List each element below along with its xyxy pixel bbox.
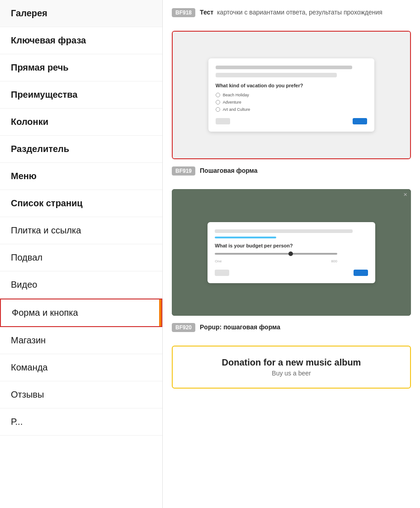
card-name-bf919: Пошаговая форма bbox=[200, 167, 257, 174]
preview-bf920[interactable]: ✕ What is your budget per person? One 80… bbox=[172, 189, 411, 316]
badge-row-bf918: BF918 Тест карточки с вариантами ответа,… bbox=[172, 5, 411, 17]
sidebar-item-menu[interactable]: Меню bbox=[0, 163, 162, 190]
sidebar-item-columns[interactable]: Колонки bbox=[0, 109, 162, 136]
mock-radio bbox=[216, 100, 220, 104]
card-name-bf920: Popup: пошаговая форма bbox=[200, 323, 280, 331]
mock-option-label: Art and Culture bbox=[223, 107, 250, 112]
badge-desc-bf918: Тест карточки с вариантами ответа, резул… bbox=[200, 8, 382, 17]
mock-status-top bbox=[215, 229, 352, 233]
sidebar-item-reviews[interactable]: Отзывы bbox=[0, 381, 162, 408]
preview-bf919[interactable]: What kind of vacation do you prefer? Bea… bbox=[172, 31, 411, 159]
mock-option-3: Art and Culture bbox=[216, 107, 368, 112]
sidebar-item-label: Видео bbox=[11, 280, 37, 290]
badge-desc-bf920: Popup: пошаговая форма bbox=[200, 323, 280, 332]
sidebar-item-label: Плитка и ссылка bbox=[11, 225, 81, 236]
sidebar-item-advantages[interactable]: Преимущества bbox=[0, 81, 162, 109]
sidebar-item-label: Разделитель bbox=[11, 144, 69, 154]
mock-header-bar bbox=[216, 73, 337, 77]
sidebar-item-label: Преимущества bbox=[11, 90, 77, 100]
mock-preview-bf919: What kind of vacation do you prefer? Bea… bbox=[173, 32, 410, 158]
mock-footer-bf920 bbox=[215, 270, 368, 276]
sidebar-item-label: Магазин bbox=[11, 335, 46, 346]
sidebar-item-label: Команда bbox=[11, 362, 47, 373]
donation-title: Donation for a new music album bbox=[184, 357, 399, 368]
sidebar-item-gallery[interactable]: Галерея bbox=[0, 0, 162, 27]
badge-bf918: BF918 bbox=[172, 8, 195, 17]
sidebar-item-label: Меню bbox=[11, 171, 37, 181]
donation-preview[interactable]: Donation for a new music album Buy us a … bbox=[172, 346, 411, 389]
sidebar-item-r[interactable]: Р... bbox=[0, 408, 162, 436]
mock-status-bar bbox=[216, 66, 352, 69]
mock-form-bf919: What kind of vacation do you prefer? Bea… bbox=[208, 58, 375, 132]
mock-radio bbox=[216, 93, 220, 97]
badge-desc-bf919: Пошаговая форма bbox=[200, 166, 257, 176]
badge-row-bf919: BF919 Пошаговая форма bbox=[172, 163, 411, 176]
sidebar-item-label: Отзывы bbox=[11, 389, 44, 400]
mock-form-bf920: What is your budget per person? One 800 bbox=[208, 222, 375, 283]
mock-footer bbox=[216, 118, 368, 124]
mock-option-1: Beach Holiday bbox=[216, 93, 368, 97]
sidebar-item-shop[interactable]: Магазин bbox=[0, 327, 162, 354]
mock-prev-button bbox=[216, 118, 230, 124]
mock-next-button bbox=[353, 118, 367, 124]
main-content: BF918 Тест карточки с вариантами ответа,… bbox=[163, 0, 420, 508]
mock-preview-dark-bf920: ✕ What is your budget per person? One 80… bbox=[172, 189, 411, 316]
mock-option-label: Adventure bbox=[223, 100, 241, 104]
sidebar-item-team[interactable]: Команда bbox=[0, 354, 162, 381]
mock-next-button bbox=[354, 270, 368, 276]
card-name-bf918: Тест bbox=[200, 9, 213, 16]
card-bf918: BF918 Тест карточки с вариантами ответа,… bbox=[172, 0, 411, 17]
sidebar-item-label: Колонки bbox=[11, 117, 48, 127]
mock-question-bf920: What is your budget per person? bbox=[215, 243, 368, 248]
mock-slider-dot bbox=[288, 252, 293, 256]
sidebar-item-label: Р... bbox=[11, 417, 23, 427]
sidebar-item-page-list[interactable]: Список страниц bbox=[0, 190, 162, 217]
card-bf919: What kind of vacation do you prefer? Bea… bbox=[172, 26, 411, 176]
close-icon: ✕ bbox=[403, 192, 407, 198]
slider-label-left: One bbox=[215, 259, 222, 263]
sidebar-item-label: Ключевая фраза bbox=[11, 35, 86, 46]
sidebar-item-label: Подвал bbox=[11, 252, 42, 263]
sidebar-item-label: Форма и кнопка bbox=[12, 308, 78, 318]
mock-progress-bar bbox=[215, 237, 276, 238]
sidebar-item-footer[interactable]: Подвал bbox=[0, 244, 162, 271]
donation-subtitle: Buy us a beer bbox=[184, 370, 399, 377]
badge-bf919: BF919 bbox=[172, 166, 195, 176]
sidebar-item-divider[interactable]: Разделитель bbox=[0, 136, 162, 163]
badge-bf920: BF920 bbox=[172, 323, 195, 332]
card-bf920: ✕ What is your budget per person? One 80… bbox=[172, 185, 411, 332]
mock-radio bbox=[216, 107, 220, 112]
mock-slider-track bbox=[215, 253, 337, 255]
sidebar: Галерея Ключевая фраза Прямая речь Преим… bbox=[0, 0, 163, 508]
mock-slider-labels: One 800 bbox=[215, 259, 337, 263]
mock-option-2: Adventure bbox=[216, 100, 368, 104]
sidebar-item-video[interactable]: Видео bbox=[0, 271, 162, 299]
sidebar-item-label: Прямая речь bbox=[11, 62, 69, 73]
badge-row-bf920: BF920 Popup: пошаговая форма bbox=[172, 319, 411, 332]
slider-label-right: 800 bbox=[331, 259, 337, 263]
sidebar-item-direct-speech[interactable]: Прямая речь bbox=[0, 54, 162, 81]
sidebar-item-key-phrase[interactable]: Ключевая фраза bbox=[0, 27, 162, 54]
sidebar-item-label: Список страниц bbox=[11, 198, 83, 209]
sidebar-item-tile-link[interactable]: Плитка и ссылка bbox=[0, 217, 162, 244]
mock-prev-button bbox=[215, 270, 229, 276]
sidebar-item-label: Галерея bbox=[11, 8, 47, 19]
sidebar-item-form-button[interactable]: Форма и кнопка bbox=[0, 299, 162, 327]
card-bf921: Donation for a new music album Buy us a … bbox=[172, 341, 411, 389]
mock-option-label: Beach Holiday bbox=[223, 93, 249, 97]
mock-question-bf919: What kind of vacation do you prefer? bbox=[216, 83, 368, 88]
